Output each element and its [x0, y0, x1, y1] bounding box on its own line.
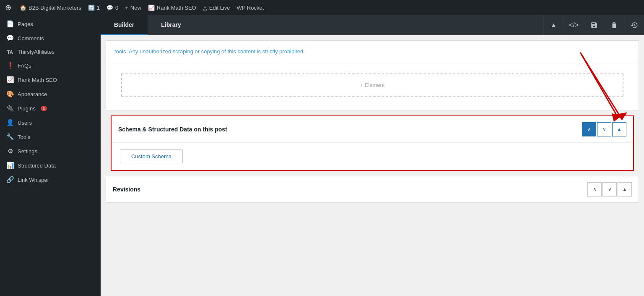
revisions-collapse-btn[interactable]: ∧: [587, 182, 602, 196]
sidebar-item-plugins[interactable]: 🔌 Plugins 1: [0, 101, 101, 115]
revisions-title: Revisions: [113, 186, 587, 193]
schema-controls: ∧ ∨ ▲: [582, 122, 626, 136]
faqs-icon: ❗: [6, 62, 14, 69]
revisions-header: Revisions ∧ ∨ ▲: [106, 176, 639, 202]
revisions-controls: ∧ ∨ ▲: [587, 182, 632, 196]
revisions-section: Revisions ∧ ∨ ▲: [106, 176, 639, 203]
sidebar-item-pages[interactable]: 📄 Pages: [0, 17, 101, 31]
revisions-expand-btn[interactable]: ∨: [602, 182, 617, 196]
add-element-btn[interactable]: + Element: [121, 73, 623, 97]
builder-toolbar: Builder Library ▲ </>: [101, 15, 644, 35]
page-content: tools. Any unauthorized scraping or copy…: [101, 40, 644, 203]
wp-logo[interactable]: ⊕: [5, 3, 11, 12]
thirstyaffiliates-icon: TA: [6, 50, 14, 55]
structured-data-icon: 📊: [6, 162, 14, 169]
admin-bar: ⊕ 🏠 B2B Digital Marketers 🔄 1 💬 0 + New …: [0, 0, 644, 15]
sidebar-item-settings[interactable]: ⚙ Settings: [0, 144, 101, 158]
schema-collapse-btn[interactable]: ∧: [582, 122, 596, 136]
users-icon: 👤: [6, 119, 14, 126]
tab-library[interactable]: Library: [148, 15, 194, 35]
schema-section: Schema & Structured Data on this post ∧ …: [111, 115, 634, 171]
edit-live-btn[interactable]: △ Edit Live: [203, 5, 230, 11]
save-icon-btn[interactable]: [584, 15, 604, 35]
link-whisper-icon: 🔗: [6, 176, 14, 183]
rank-math-icon: 📈: [6, 76, 14, 84]
wp-rocket-btn[interactable]: WP Rocket: [237, 5, 264, 11]
comments-icon: 💬: [6, 34, 14, 42]
site-name[interactable]: 🏠 B2B Digital Marketers: [20, 5, 81, 11]
new-btn[interactable]: + New: [125, 5, 141, 11]
schema-title: Schema & Structured Data on this post: [118, 126, 582, 133]
text-content: tools. Any unauthorized scraping or copy…: [106, 41, 639, 63]
revisions-move-btn[interactable]: ▲: [618, 182, 632, 196]
comments-btn[interactable]: 💬 0: [106, 5, 118, 11]
tools-icon: 🔧: [6, 133, 14, 141]
tab-builder[interactable]: Builder: [101, 15, 148, 35]
sidebar: 📄 Pages 💬 Comments TA ThirstyAffiliates …: [0, 15, 101, 296]
schema-header: Schema & Structured Data on this post ∧ …: [112, 116, 633, 143]
schema-move-btn[interactable]: ▲: [612, 122, 626, 136]
sidebar-item-appearance[interactable]: 🎨 Appearance: [0, 87, 101, 101]
trash-icon-btn[interactable]: [604, 15, 624, 35]
plugins-icon: 🔌: [6, 105, 14, 112]
appearance-icon: 🎨: [6, 90, 14, 98]
sidebar-item-users[interactable]: 👤 Users: [0, 115, 101, 130]
rank-math-btn[interactable]: 📈 Rank Math SEO: [148, 5, 196, 11]
plugins-badge: 1: [41, 106, 47, 111]
sidebar-item-faqs[interactable]: ❗ FAQs: [0, 58, 101, 73]
code-icon-btn[interactable]: </>: [564, 15, 584, 35]
updates-btn[interactable]: 🔄 1: [88, 5, 100, 11]
pages-icon: 📄: [6, 20, 14, 28]
content-area: Builder Library ▲ </> tools. Any: [101, 15, 644, 296]
sidebar-item-structured-data[interactable]: 📊 Structured Data: [0, 158, 101, 173]
schema-expand-btn[interactable]: ∨: [597, 122, 611, 136]
settings-icon: ⚙: [6, 147, 14, 155]
sidebar-item-link-whisper[interactable]: 🔗 Link Whisper: [0, 173, 101, 187]
schema-body: Custom Schema: [112, 143, 633, 170]
sidebar-item-comments[interactable]: 💬 Comments: [0, 31, 101, 45]
sidebar-item-tools[interactable]: 🔧 Tools: [0, 130, 101, 144]
history-icon-btn[interactable]: [624, 15, 644, 35]
upload-icon-btn[interactable]: ▲: [543, 15, 564, 35]
sidebar-item-rank-math-seo[interactable]: 📈 Rank Math SEO: [0, 73, 101, 87]
custom-schema-btn[interactable]: Custom Schema: [120, 149, 183, 163]
sidebar-item-thirstyaffiliates[interactable]: TA ThirstyAffiliates: [0, 45, 101, 58]
text-content-card: tools. Any unauthorized scraping or copy…: [106, 40, 639, 110]
